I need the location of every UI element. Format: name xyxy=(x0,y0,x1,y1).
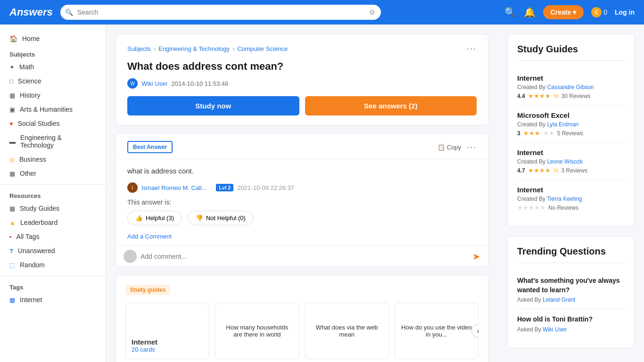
answer-author-avatar: I xyxy=(127,182,138,193)
rating-score-2: 3 xyxy=(517,130,520,137)
right-panel: Study Guides Internet Created By Cassand… xyxy=(498,25,644,362)
comment-input[interactable] xyxy=(140,253,469,260)
internet-tag-icon: ▦ xyxy=(9,296,15,304)
guide-card-video[interactable]: How do you use the video in you... › xyxy=(395,303,479,359)
this-answer-is: This answer is: xyxy=(116,198,488,211)
trending-item-2: How old is Toni Brattin? Asked By Wiki U… xyxy=(517,309,625,338)
sidebar-item-business[interactable]: ◎ Business xyxy=(0,152,106,166)
sidebar-item-label-all-tags: All Tags xyxy=(17,233,40,240)
trending-asker-1: Asked By Leland Grant xyxy=(517,296,625,303)
breadcrumb-subjects[interactable]: Subjects xyxy=(127,45,151,52)
header-search-icon[interactable]: 🔍 xyxy=(504,7,516,18)
comment-user-avatar xyxy=(124,250,137,263)
coins-count: 0 xyxy=(603,8,607,16)
copy-icon: 📋 xyxy=(438,144,445,151)
breadcrumb-more-button[interactable]: ··· xyxy=(467,44,477,54)
not-helpful-button[interactable]: 👎 Not Helpful (0) xyxy=(188,211,254,225)
study-guide-name-1[interactable]: Internet xyxy=(517,74,625,82)
study-now-button[interactable]: Study now xyxy=(127,96,299,115)
sidebar-item-unanswered[interactable]: ? Unanswered xyxy=(0,244,106,258)
sidebar-item-history[interactable]: ▦ History xyxy=(0,88,106,102)
trending-item-1: What's something you've always wanted to… xyxy=(517,271,625,309)
study-guide-rating-4: ★★★★★ No Reviews xyxy=(517,204,625,211)
reviews-1: 30 Reviews xyxy=(561,93,591,99)
login-button[interactable]: Log in xyxy=(615,8,635,16)
trending-question-1[interactable]: What's something you've always wanted to… xyxy=(517,276,625,295)
sidebar-item-engineering[interactable]: ▬ Engineering & Technology xyxy=(0,131,106,152)
header-bell-icon[interactable]: 🔔 xyxy=(524,7,536,18)
study-guide-name-4[interactable]: Internet xyxy=(517,186,625,194)
study-guide-name-2[interactable]: Microsoft Excel xyxy=(517,111,625,119)
question-card: Subjects › Engineering & Technology › Co… xyxy=(116,34,488,125)
breadcrumb-sep-2: › xyxy=(232,45,234,52)
add-comment-link[interactable]: Add a Comment xyxy=(116,233,488,246)
create-button[interactable]: Create ▾ xyxy=(543,5,584,19)
filter-icon[interactable]: ⚙ xyxy=(369,8,375,16)
answer-dot-sep: · xyxy=(211,184,213,191)
guide-card-internet[interactable]: Internet 20 cards xyxy=(125,303,209,359)
stars-4: ★★★★★ xyxy=(517,204,545,211)
sidebar-item-arts[interactable]: ▣ Arts & Humanities xyxy=(0,102,106,116)
sidebar-item-label-math: Math xyxy=(19,63,34,71)
guides-next-button[interactable]: › xyxy=(471,324,479,337)
home-label: Home xyxy=(22,35,40,42)
study-guide-rating-2: 3 ★★★★★ 5 Reviews xyxy=(517,130,625,137)
vote-buttons: 👍 Helpful (3) 👎 Not Helpful (0) xyxy=(116,211,488,233)
trending-questions-card: Trending Questions What's something you'… xyxy=(507,236,635,348)
study-guides-grid: Internet 20 cards How many households ar… xyxy=(125,303,479,359)
answer-level-badge: Lvl 2 xyxy=(216,184,233,191)
sidebar-item-leaderboard[interactable]: ▲ Leaderboard xyxy=(0,215,106,230)
guide-card-title-internet: Internet xyxy=(132,338,203,346)
sidebar-item-label-arts: Arts & Humanities xyxy=(20,106,73,113)
stars-2: ★★★ xyxy=(523,130,540,137)
breadcrumb-engineering[interactable]: Engineering & Technology xyxy=(158,45,230,52)
answer-more-icon[interactable]: ··· xyxy=(467,142,477,152)
social-icon: ♥ xyxy=(9,120,13,127)
arts-icon: ▣ xyxy=(9,106,15,113)
random-icon: ⬚ xyxy=(9,262,15,269)
sidebar-item-study-guides[interactable]: ▦ Study Guides xyxy=(0,201,106,215)
sidebar-item-internet-tag[interactable]: ▦ Internet xyxy=(0,293,106,307)
logo: Answers xyxy=(9,6,53,18)
comment-input-row: ➤ xyxy=(116,246,488,267)
trending-asker-2: Asked By Wiki User xyxy=(517,326,625,333)
see-answers-button[interactable]: See answers (2) xyxy=(305,96,477,115)
study-guides-tag: Study guides xyxy=(125,285,170,295)
sidebar-item-science[interactable]: □ Science xyxy=(0,74,106,88)
sidebar-item-social[interactable]: ♥ Social Studies xyxy=(0,116,106,131)
search-left-icon: 🔍 xyxy=(65,8,73,16)
sidebar-item-all-tags[interactable]: ▪ All Tags xyxy=(0,230,106,244)
sidebar-item-label-engineering: Engineering & Technology xyxy=(20,134,96,149)
guide-card-question-via-web: What does via the web mean xyxy=(311,324,383,338)
trending-question-2[interactable]: How old is Toni Brattin? xyxy=(517,315,625,324)
author-name[interactable]: Wiki User xyxy=(141,80,168,87)
create-chevron-icon: ▾ xyxy=(573,8,576,16)
thumbs-down-icon: 👎 xyxy=(196,214,203,222)
sidebar-item-random[interactable]: ⬚ Random xyxy=(0,258,106,272)
search-input[interactable] xyxy=(60,5,381,20)
resources-section-label: Resources xyxy=(0,189,106,201)
thumbs-up-icon: 👍 xyxy=(135,214,143,222)
guide-card-question-households: How many households are there in world xyxy=(221,324,293,338)
answer-author-name[interactable]: Ismael Romeo M. Call... xyxy=(141,184,207,191)
engineering-icon: ▬ xyxy=(9,138,16,145)
stars-3: ★★★★ xyxy=(528,167,551,174)
search-bar: 🔍 ⚙ xyxy=(60,5,381,20)
study-guide-name-3[interactable]: Internet xyxy=(517,148,625,156)
sidebar-item-math[interactable]: ✦ Math xyxy=(0,60,106,74)
study-guides-cards-section: Study guides Internet 20 cards How many … xyxy=(116,275,488,362)
author-avatar: W xyxy=(127,78,138,89)
copy-button[interactable]: 📋 Copy xyxy=(438,144,461,151)
study-guides-icon: ▦ xyxy=(9,205,15,212)
sidebar-item-label-other: Other xyxy=(20,170,36,177)
sidebar-item-home[interactable]: 🏠 Home xyxy=(0,30,106,47)
send-comment-button[interactable]: ➤ xyxy=(472,251,480,262)
sidebar-item-other[interactable]: ▦ Other xyxy=(0,166,106,181)
author-line: W Wiki User 2014-10-10 11:53:48 xyxy=(127,78,477,89)
breadcrumb-computer-science[interactable]: Computer Science xyxy=(237,45,288,52)
helpful-button[interactable]: 👍 Helpful (3) xyxy=(127,211,182,225)
guide-card-households[interactable]: How many households are there in world xyxy=(215,303,299,359)
tags-section-label: Tags xyxy=(0,280,106,293)
guide-card-via-web[interactable]: What does via the web mean xyxy=(305,303,389,359)
reviews-4: No Reviews xyxy=(548,205,578,211)
